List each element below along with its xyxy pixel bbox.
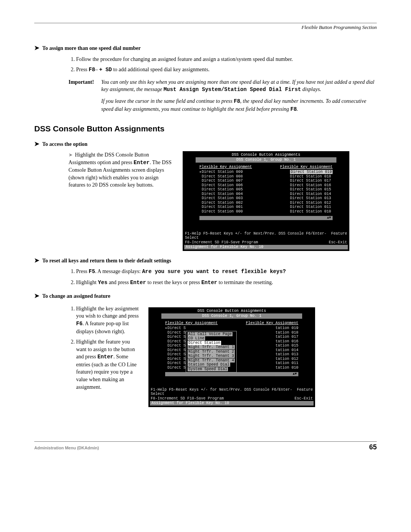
- popup-item: Night Trfr. Tenant 3: [188, 354, 235, 358]
- terminal-left-column: ▸Direct S Direct S Direct S Direct S Dir…: [165, 326, 186, 370]
- heading-text: To reset all keys and return them to the…: [42, 257, 171, 265]
- running-header: Flexible Button Programming Section: [34, 24, 377, 32]
- list-item: Direct Station 017: [290, 179, 333, 183]
- list-item: tation 011: [276, 361, 298, 366]
- list-item: Direct Station 010: [290, 209, 333, 214]
- list-item: Press F5. A message displays: Are you su…: [76, 268, 377, 276]
- terminal-footer-keys: Feature: [297, 388, 313, 396]
- list-item: Direct Station 000: [199, 209, 243, 214]
- section-heading-dss: DSS Console Button Assignments: [34, 123, 377, 134]
- popup-item: Night Trfr. Tenant 4: [188, 358, 235, 363]
- list-item: tation 014: [276, 348, 298, 353]
- terminal-footer-keys: Esc-Exit: [295, 396, 313, 401]
- list-item: Highlight the feature you want to assign…: [76, 338, 141, 391]
- terminal-title: DSS Console Button Assignments: [150, 309, 314, 313]
- list-item: Highlight Yes and press Enter to reset t…: [76, 279, 377, 287]
- popup-item: System Speed Dial: [188, 367, 235, 372]
- scroll-indicator: ▲▼: [199, 216, 333, 220]
- scroll-indicator: ▲▼: [165, 372, 298, 376]
- list-item: Direct S: [165, 331, 186, 335]
- list-item: Direct S: [165, 348, 186, 353]
- list-item: Direct S: [165, 339, 186, 344]
- steps-reset-keys: Press F5. A message displays: Are you su…: [68, 268, 377, 286]
- list-item: ▸Direct Station 009: [199, 170, 243, 174]
- heading-access-option: ➤ To access the option: [34, 140, 377, 148]
- terminal-footer-keys: F8-Increment SD F10-Save Program: [151, 396, 224, 401]
- arrow-icon: ➤: [34, 140, 39, 148]
- access-text: ➤Highlight the DSS Console Button Assign…: [68, 151, 175, 189]
- list-item: Direct S: [165, 361, 186, 366]
- heading-change-feature: ➤ To change an assigned feature: [34, 292, 377, 300]
- terminal-subtitle: DSS Console 1, Group No. 1: [196, 157, 336, 163]
- feature-popup-list: All Call Voice Page CO Line Direct Stati…: [186, 331, 237, 373]
- list-item: Follow the procedure for changing an ass…: [76, 56, 377, 63]
- heading-reset-keys: ➤ To reset all keys and return them to t…: [34, 256, 377, 265]
- list-item: tation 018: [276, 331, 298, 335]
- popup-item-selected: Direct Station: [188, 341, 235, 345]
- list-item: Direct Station 006: [199, 183, 243, 188]
- list-item: Direct S: [165, 366, 186, 370]
- terminal-right-column: Direct Station 019 Direct Station 018 Di…: [290, 170, 333, 214]
- list-item: Direct Station 003: [199, 196, 243, 201]
- popup-item: All Call Voice Page: [188, 332, 235, 337]
- list-item: tation 012: [276, 357, 298, 361]
- list-item: Press F8– + SD to add additional speed d…: [76, 66, 377, 74]
- terminal-screenshot-1: DSS Console Button Assignments DSS Conso…: [183, 151, 349, 251]
- column-header: Flexible Key Assignment: [280, 165, 333, 169]
- list-item: Direct S: [165, 352, 186, 357]
- list-item: tation 017: [276, 335, 298, 339]
- important-label: Important!: [68, 78, 99, 94]
- terminal-footer-keys: F1-Help F5-Reset Keys +/- for Next/Prev.…: [151, 388, 297, 396]
- list-item: Direct Station 016: [290, 183, 333, 188]
- list-item: Direct Station 013: [290, 196, 333, 201]
- steps-change-feature: Highlight the key assignment you wish to…: [68, 305, 141, 391]
- list-item: Direct Station 005: [199, 187, 243, 192]
- list-item: tation 016: [276, 339, 298, 344]
- list-item: Direct S: [165, 343, 186, 348]
- list-item: Direct S: [165, 357, 186, 361]
- terminal-left-column: ▸Direct Station 009 Direct Station 008 D…: [199, 170, 243, 214]
- column-header: Flexible Key Assignment: [246, 321, 298, 326]
- list-item: Highlight the key assignment you wish to…: [76, 305, 141, 335]
- list-item: Direct Station 014: [290, 192, 333, 197]
- page-number: 65: [369, 443, 377, 452]
- terminal-footer-keys: F1-Help F5-Reset Keys +/- for Next/Prev.…: [185, 232, 331, 240]
- list-item: Direct Station 015: [290, 187, 333, 192]
- footer-doc-title: Administration Menu (DKAdmin): [34, 445, 99, 451]
- terminal-right-column: tation 019 tation 018 tation 017 tation …: [276, 326, 298, 370]
- followup-paragraph: If you leave the cursor in the same fiel…: [101, 97, 377, 113]
- list-item: Direct Station 008: [199, 174, 243, 179]
- popup-item: CO Line: [188, 336, 235, 341]
- popup-item: Night Trfr. Tenant 2: [188, 350, 235, 354]
- list-item: tation 015: [276, 343, 298, 348]
- terminal-screenshot-2: DSS Console Button Assignments DSS Conso…: [148, 307, 315, 407]
- list-item: Direct Station 011: [290, 205, 333, 209]
- list-item: Direct Station 001: [199, 205, 243, 209]
- arrow-icon: ➤: [34, 44, 39, 52]
- list-item: Direct Station 012: [290, 201, 333, 205]
- terminal-footer-keys: Esc-Exit: [329, 240, 347, 245]
- terminal-status-bar: Assignment for Flexible Key No. 10: [150, 401, 314, 406]
- terminal-status-bar: Assignment for Flexible Key No. 10: [184, 245, 348, 249]
- list-item-selected: Direct Station 019: [290, 170, 333, 174]
- list-item: ▸Direct S: [165, 326, 186, 331]
- heading-assign-speed-dial: ➤ To assign more than one speed dial num…: [34, 44, 377, 52]
- popup-item: Night Trfr. Tenant 1: [188, 345, 235, 350]
- list-item: Direct S: [165, 335, 186, 339]
- list-item: tation 010: [276, 366, 298, 370]
- heading-text: To access the option: [42, 141, 88, 148]
- terminal-subtitle: DSS Console 1, Group No. 1: [161, 313, 302, 319]
- heading-text: To change an assigned feature: [42, 292, 110, 300]
- list-item: tation 013: [276, 352, 298, 357]
- terminal-footer-keys: F8-Increment SD F10-Save Program: [185, 240, 258, 245]
- list-item: Direct Station 007: [199, 179, 243, 183]
- sub-arrow-icon: ➤: [68, 152, 73, 158]
- list-item: tation 019: [276, 326, 298, 331]
- important-body: You can only use this key when you are a…: [101, 78, 377, 94]
- arrow-icon: ➤: [34, 256, 39, 265]
- list-item: Direct Station 002: [199, 201, 243, 205]
- terminal-title: DSS Console Button Assignments: [184, 153, 348, 157]
- terminal-footer-keys: Feature: [331, 232, 347, 240]
- popup-item: Station Speed Dial: [188, 363, 235, 367]
- list-item: Direct Station 018: [290, 174, 333, 179]
